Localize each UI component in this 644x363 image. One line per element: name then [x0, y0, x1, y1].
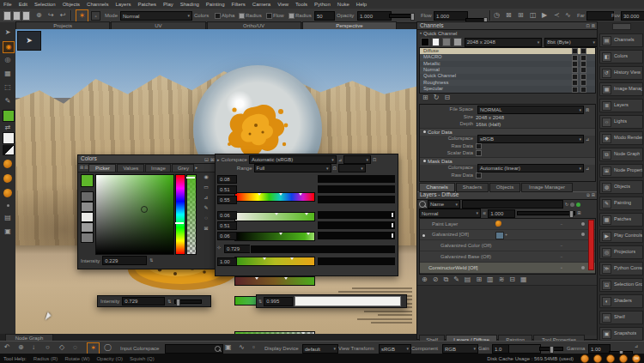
tab-picker[interactable]: Picker	[88, 164, 116, 172]
swatch-icon[interactable]: ▭	[204, 185, 209, 190]
saturation-value-box[interactable]	[95, 174, 174, 255]
gradient-row-value[interactable]: 0.08	[217, 175, 237, 184]
channel-visible-checkbox[interactable]	[572, 67, 578, 73]
options-icon[interactable]: ⊡	[373, 158, 376, 162]
eraser-icon[interactable]: ▫	[91, 11, 100, 21]
flow-field[interactable]: 1.000	[434, 11, 468, 21]
curve-preview[interactable]	[317, 221, 396, 230]
intensity-stepper[interactable]: ⇅	[167, 299, 171, 304]
alpha-checkbox[interactable]	[215, 13, 221, 19]
raw-data-checkbox[interactable]	[476, 143, 482, 149]
pen-pick-icon[interactable]: ✎	[204, 205, 208, 210]
status-badge-2[interactable]	[593, 354, 602, 363]
blend-options-icon[interactable]: ≋	[483, 211, 486, 215]
add-tab-icon[interactable]: ⊞	[80, 166, 83, 170]
colors-panel-titlebar[interactable]: Colors ⊡ ⊠	[78, 155, 217, 164]
file-space-info-icon[interactable]: ⊠	[586, 108, 589, 112]
menu-edit[interactable]: Edit	[19, 2, 27, 7]
grey-swatch-4[interactable]	[81, 222, 94, 233]
undo-icon[interactable]: ↩	[60, 12, 66, 19]
layers-panel-titlebar[interactable]: Layers - Diffuse ⧉ ⊞	[417, 191, 598, 200]
curve-preview[interactable]	[317, 210, 396, 220]
tab-grey[interactable]: Grey	[172, 164, 194, 172]
status-badge-4[interactable]	[619, 354, 628, 363]
light-grey-swatch[interactable]	[453, 38, 462, 46]
eyedropper-icon[interactable]: ◉	[204, 174, 208, 179]
opacity-slider[interactable]	[389, 14, 415, 18]
group-expand-icon[interactable]: +	[505, 233, 507, 237]
radius-checkbox[interactable]	[239, 13, 245, 19]
intensity-field[interactable]: 0.229	[102, 256, 147, 265]
sidebar-item-objects[interactable]: ◍Objects	[599, 180, 643, 194]
round-brush-icon[interactable]: ◯	[104, 344, 112, 351]
foreground-color-swatch[interactable]	[3, 110, 15, 122]
paint-layer-icon[interactable]: ✎	[453, 276, 459, 283]
layer-search-input[interactable]	[462, 200, 563, 209]
white-color-strip[interactable]	[295, 296, 401, 306]
float-panel-icon[interactable]: ⊡	[586, 24, 590, 28]
cache-layer-icon[interactable]: ▥	[487, 276, 494, 283]
channel-visible-checkbox[interactable]	[572, 55, 578, 61]
undo-stroke-icon[interactable]: ↶	[4, 344, 10, 351]
clock-icon[interactable]: ◷	[494, 12, 500, 19]
blend-mode-select[interactable]: Normal	[419, 209, 481, 218]
hue-marker[interactable]	[175, 222, 184, 224]
slider-mode-icon[interactable]: ⊿	[204, 195, 208, 200]
layer-adjust-icon[interactable]: –	[561, 255, 562, 258]
dock-tab-image-manager[interactable]: Image Manager	[521, 183, 573, 192]
channel-row[interactable]: Roughness	[420, 80, 595, 86]
layer-row[interactable]: Galvanized Base (Off) –	[420, 251, 595, 263]
status-badge-memory[interactable]: 1M	[632, 354, 641, 363]
colorspace-auto-icon[interactable]: ⊿	[586, 137, 589, 142]
layer-visibility-toggle[interactable]	[581, 233, 585, 236]
dock-tab-shaders[interactable]: Shaders	[456, 183, 489, 192]
layers-expand-icon[interactable]: ⊞	[592, 193, 595, 197]
collapse-icon[interactable]: ▸	[217, 158, 220, 162]
tab-overflow-icon[interactable]: ▸	[195, 166, 197, 170]
range-secondary-select[interactable]	[338, 164, 366, 172]
stepper-icons[interactable]: ⇅	[258, 299, 262, 304]
gamma-field[interactable]: 1.00	[588, 344, 611, 354]
layers-menu-icon[interactable]: ⧉	[586, 193, 590, 197]
sidebar-item-snapshots[interactable]: ▣Snapshots	[599, 327, 643, 341]
menu-python[interactable]: Python	[314, 2, 331, 7]
gain-slider[interactable]	[539, 347, 563, 351]
floating-intensity-slider[interactable]	[174, 299, 202, 304]
pen-tool[interactable]: ✎	[3, 96, 13, 106]
lock-color-icon[interactable]: ⊠	[204, 226, 208, 231]
curve-preview[interactable]	[317, 231, 396, 240]
gradient-row-value[interactable]: 0.51	[217, 221, 237, 230]
floating-intensity-field[interactable]: 0.729	[122, 297, 165, 306]
layer-row-selected[interactable]: ConstructorWeld [Off] +	[420, 263, 595, 274]
sidebar-item-colors[interactable]: ◧Colors	[599, 50, 643, 64]
channel-lock-checkbox[interactable]	[580, 55, 586, 61]
range-options-icon[interactable]: ⊡	[333, 166, 337, 171]
white-green-strip[interactable]	[234, 212, 315, 221]
gradient-row-value[interactable]: 0.06	[217, 232, 237, 240]
duplicate-layer-icon[interactable]: ⧉	[443, 276, 448, 283]
sidebar-item-shaders[interactable]: ◐Shaders	[599, 294, 643, 308]
sidebar-item-node-graph[interactable]: ⧉Node Graph	[599, 148, 643, 161]
channel-lock-checkbox[interactable]	[580, 87, 586, 93]
layer-visibility-toggle[interactable]	[581, 222, 585, 226]
far-field[interactable]	[586, 11, 614, 21]
gradient-colorspace-select[interactable]: Automatic (sRGB)	[249, 155, 337, 164]
menu-file[interactable]: File	[3, 2, 12, 7]
menu-layers[interactable]: Layers	[115, 2, 131, 7]
maroon-green-strip[interactable]	[234, 276, 315, 286]
curve-icon[interactable]: ∿	[239, 344, 245, 351]
menu-objects[interactable]: Objects	[63, 2, 80, 7]
menu-help[interactable]: Help	[356, 2, 367, 7]
layer-visibility-toggle[interactable]	[581, 266, 585, 269]
screen-icon[interactable]: ▣	[3, 227, 13, 237]
green-orange-strip[interactable]	[234, 257, 315, 266]
white-value-field[interactable]: 0.995	[264, 297, 293, 306]
background-color-swatch[interactable]	[3, 132, 15, 144]
open-project-icon[interactable]	[13, 11, 21, 21]
eraser-tool[interactable]: ◎	[3, 55, 13, 65]
file-space-select[interactable]: NORMAL	[477, 106, 584, 114]
channel-lock-checkbox[interactable]	[580, 74, 586, 80]
channel-visible-checkbox[interactable]	[572, 80, 578, 86]
patches-grid-icon[interactable]: ▤	[3, 213, 13, 223]
sidebar-item-selection-groups[interactable]: ⊡Selection Groups	[599, 278, 643, 292]
